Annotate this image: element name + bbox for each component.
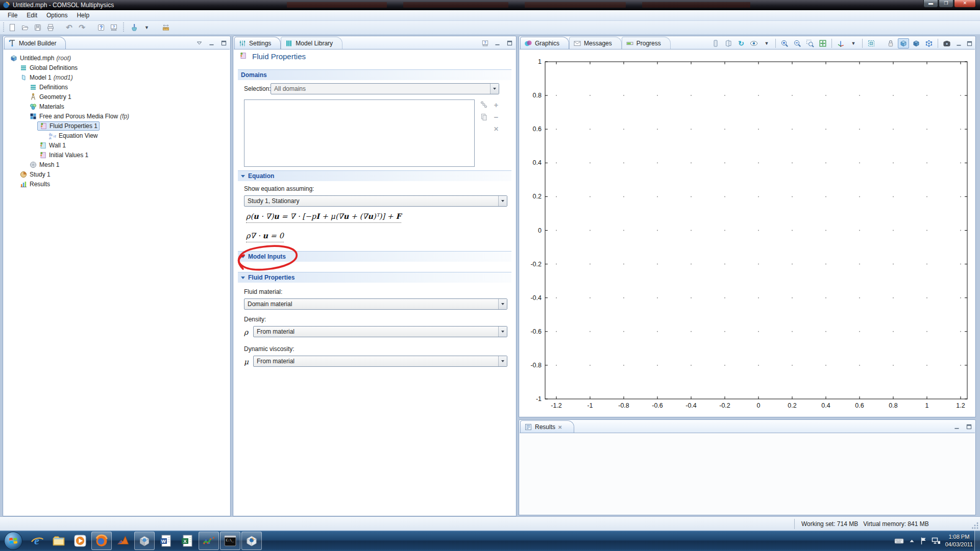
- tree-item-materials[interactable]: Materials: [4, 102, 230, 111]
- tab-settings[interactable]: Settings: [234, 37, 281, 49]
- window-close-button[interactable]: ✕: [954, 0, 976, 8]
- tray-network-icon[interactable]: [932, 537, 941, 545]
- taskbar-gray-cube-app[interactable]: [134, 532, 155, 550]
- tree-item-study-1[interactable]: Study 1: [4, 169, 230, 179]
- clip-plane-icon[interactable]: [723, 38, 734, 48]
- equation-section-header[interactable]: Equation: [238, 170, 511, 181]
- clear-plot-icon[interactable]: [128, 21, 140, 34]
- zoom-in-icon[interactable]: [779, 38, 790, 48]
- taskbar-media-player[interactable]: [70, 532, 90, 550]
- resize-grip[interactable]: [972, 522, 979, 530]
- tab-graphics[interactable]: Graphics: [520, 37, 569, 49]
- panel-min-icon[interactable]: [952, 422, 961, 431]
- panel-max-icon[interactable]: [219, 39, 228, 47]
- scene-visibility-icon[interactable]: [748, 38, 760, 48]
- menu-edit[interactable]: Edit: [22, 10, 42, 20]
- window-minimize-button[interactable]: ▬: [923, 0, 938, 8]
- tray-up-arrow-icon[interactable]: [909, 538, 915, 544]
- graphics-body[interactable]: -1.2-1-0.8-0.6-0.4-0.200.20.40.60.811.21…: [520, 49, 975, 417]
- zoom-extents-icon[interactable]: [817, 38, 828, 48]
- taskbar-clock[interactable]: 1:08 PM04/03/2011: [945, 533, 973, 548]
- tab-progress[interactable]: Progress: [622, 37, 671, 49]
- taskbar-firefox[interactable]: [91, 532, 112, 550]
- tree-item-equation-view[interactable]: ∂u∂t=fEquation View: [4, 131, 230, 140]
- rotate-view-icon[interactable]: ↻: [736, 38, 747, 48]
- view-front-icon[interactable]: [898, 38, 909, 48]
- panel-min-icon[interactable]: [493, 39, 502, 47]
- panel-max-icon[interactable]: [505, 39, 514, 47]
- panel-help-icon[interactable]: ?: [480, 39, 489, 47]
- viscosity-combo-arrow[interactable]: [498, 356, 507, 366]
- results-close-icon[interactable]: ✕: [558, 423, 565, 430]
- model-builder-tab[interactable]: Model Builder: [4, 37, 66, 49]
- image-snapshot-icon[interactable]: [941, 38, 952, 48]
- remove-selection-icon[interactable]: −: [490, 111, 502, 123]
- panel-min-icon[interactable]: [954, 39, 963, 47]
- redo-icon[interactable]: ↷: [76, 21, 88, 34]
- paste-selection-icon[interactable]: [478, 111, 490, 123]
- taskbar-excel[interactable]: X: [177, 532, 198, 550]
- taskbar-internet-explorer[interactable]: e: [27, 532, 47, 550]
- tree-item-geometry-1[interactable]: Geometry 1: [4, 92, 230, 102]
- taskbar-command-prompt[interactable]: C:\_: [220, 532, 240, 550]
- caret-down-icon[interactable]: ▼: [848, 38, 859, 48]
- help-icon[interactable]: ?: [94, 21, 107, 34]
- domain-selection-listbox[interactable]: [244, 99, 475, 167]
- taskbar-comsol[interactable]: [241, 532, 262, 550]
- caret-down-icon[interactable]: ▼: [140, 21, 153, 34]
- copy-selection-icon[interactable]: [478, 98, 490, 111]
- taskbar-caterpillar-app[interactable]: [199, 532, 219, 550]
- density-combo[interactable]: From material: [253, 326, 507, 337]
- tree-item-model-1[interactable]: Model 1 (mod1): [4, 72, 230, 82]
- selection-combo-arrow[interactable]: [490, 84, 499, 94]
- undo-icon[interactable]: ↶: [63, 21, 76, 34]
- tray-action-flag-icon[interactable]: [920, 537, 927, 545]
- add-selection-icon[interactable]: +: [490, 98, 502, 111]
- open-folder-icon[interactable]: [18, 21, 31, 34]
- viscosity-combo[interactable]: From material: [253, 356, 507, 367]
- tree-item-mesh-1[interactable]: Mesh 1: [4, 160, 230, 169]
- view-menu-icon[interactable]: [194, 39, 204, 47]
- view-back-icon[interactable]: [911, 38, 922, 48]
- tree-item-definitions[interactable]: Definitions: [4, 82, 230, 92]
- caret-down-icon[interactable]: ▼: [761, 38, 772, 48]
- study-combo[interactable]: Study 1, Stationary: [244, 195, 507, 207]
- tab-model-library[interactable]: Model Library: [281, 37, 342, 49]
- plot-panel-icon[interactable]: [710, 38, 721, 48]
- menu-file[interactable]: File: [3, 10, 22, 20]
- dynamic-help-icon[interactable]: ?: [107, 21, 120, 34]
- plot-area[interactable]: -1.2-1-0.8-0.6-0.4-0.200.20.40.60.811.21…: [520, 49, 975, 420]
- tree-item-fluid-properties-1[interactable]: Fluid Properties 1: [4, 121, 230, 131]
- menu-help[interactable]: Help: [72, 10, 94, 20]
- domains-section-header[interactable]: Domains: [238, 69, 511, 80]
- selection-frame-icon[interactable]: [866, 38, 877, 48]
- fluid-material-combo-arrow[interactable]: [498, 299, 507, 309]
- study-combo-arrow[interactable]: [498, 196, 507, 206]
- window-maximize-button[interactable]: ❐: [939, 0, 953, 8]
- fluid-properties-section-header[interactable]: Fluid Properties: [238, 272, 511, 283]
- fluid-material-combo[interactable]: Domain material: [244, 298, 507, 310]
- measure-ruler-icon[interactable]: [159, 21, 172, 34]
- menu-options[interactable]: Options: [42, 10, 72, 20]
- tray-keyboard-icon[interactable]: [894, 537, 904, 545]
- clear-selection-icon[interactable]: ✕: [490, 123, 502, 135]
- tree-item-initial-values-1[interactable]: Initial Values 1: [4, 150, 230, 160]
- axes-orientation-icon[interactable]: [835, 38, 846, 48]
- tree-item-wall-1[interactable]: Wall 1: [4, 140, 230, 150]
- show-desktop-button[interactable]: [974, 531, 980, 551]
- tree-item-global-definitions[interactable]: Global Definitions: [4, 63, 230, 72]
- print-icon[interactable]: [44, 21, 57, 34]
- panel-min-icon[interactable]: [207, 39, 216, 47]
- save-icon[interactable]: [31, 21, 44, 34]
- tree-item-free-and-porous-media-flow[interactable]: Free and Porous Media Flow (fp): [4, 111, 230, 121]
- lock-icon[interactable]: [885, 38, 896, 48]
- model-inputs-section-header[interactable]: Model Inputs: [238, 251, 511, 262]
- results-tab[interactable]: Results ✕: [520, 420, 574, 433]
- tab-messages[interactable]: Messages: [569, 37, 622, 49]
- zoom-out-icon[interactable]: [792, 38, 803, 48]
- tree-item-results[interactable]: Results: [4, 179, 230, 189]
- taskbar-matlab[interactable]: [113, 532, 133, 550]
- density-combo-arrow[interactable]: [498, 327, 507, 337]
- zoom-box-icon[interactable]: [804, 38, 816, 48]
- selection-combo[interactable]: All domains: [271, 83, 499, 94]
